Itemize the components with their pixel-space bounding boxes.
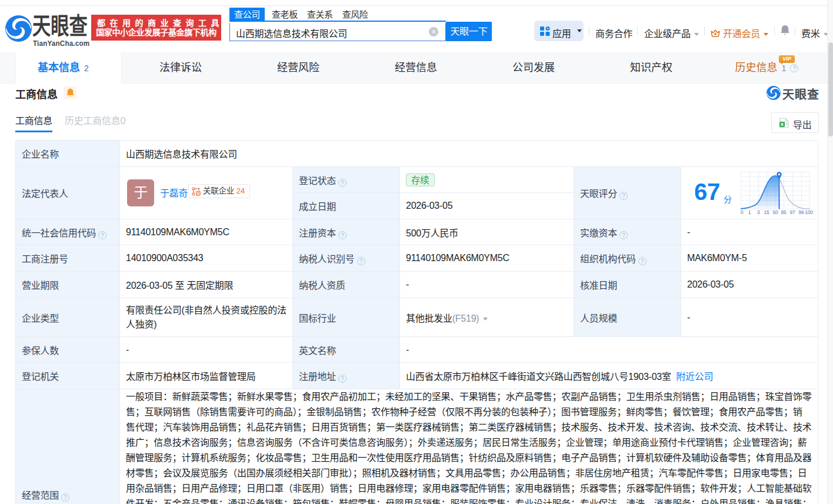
svg-text:85: 85: [781, 209, 787, 215]
svg-text:100: 100: [805, 209, 813, 215]
svg-text:0: 0: [741, 209, 744, 215]
svg-text:3: 3: [757, 209, 760, 215]
svg-text:15: 15: [764, 209, 769, 215]
svg-text:企: 企: [196, 191, 200, 195]
svg-text:1: 1: [748, 209, 751, 215]
svg-text:97: 97: [789, 209, 795, 215]
svg-text:99: 99: [798, 209, 804, 215]
svg-text:50: 50: [772, 209, 778, 215]
